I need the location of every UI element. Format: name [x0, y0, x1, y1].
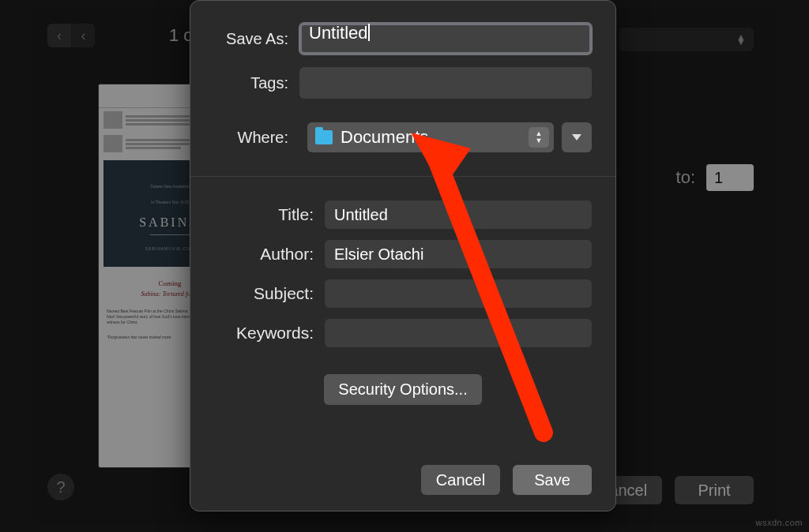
- save-button[interactable]: Save: [513, 465, 592, 495]
- where-label: Where:: [214, 129, 299, 147]
- page-nav-buttons: ‹ ‹: [47, 24, 95, 47]
- security-options-button[interactable]: Security Options...: [324, 374, 481, 405]
- tags-input[interactable]: [299, 67, 592, 99]
- title-label: Title:: [214, 205, 325, 224]
- prev-page-button[interactable]: ‹: [47, 24, 71, 47]
- keywords-input[interactable]: [325, 319, 592, 347]
- subject-label: Subject:: [214, 284, 325, 303]
- expand-button[interactable]: [562, 122, 592, 152]
- title-input[interactable]: [325, 200, 592, 229]
- watermark: wsxdn.com: [755, 518, 803, 527]
- chevron-updown-icon: ▲▼: [529, 127, 549, 148]
- cancel-button[interactable]: Cancel: [421, 465, 500, 495]
- chevron-updown-icon: ▲▼: [736, 35, 746, 44]
- where-value: Documents: [341, 127, 428, 148]
- subject-input[interactable]: [325, 279, 592, 308]
- divider: [190, 176, 615, 177]
- chevron-down-icon: [572, 134, 581, 140]
- keywords-label: Keywords:: [214, 324, 325, 343]
- bg-print-button[interactable]: Print: [675, 476, 754, 504]
- where-select[interactable]: Documents ▲▼: [307, 122, 554, 152]
- author-label: Author:: [214, 245, 325, 264]
- save-as-input[interactable]: Untitled: [299, 23, 592, 54]
- save-dialog: Save As: Untitled Tags: Where: Documents…: [190, 0, 616, 511]
- to-label: to:: [676, 167, 695, 188]
- printer-select[interactable]: ▲▼: [619, 28, 754, 51]
- page-to-input[interactable]: 1: [706, 164, 754, 191]
- save-as-label: Save As:: [214, 30, 299, 48]
- author-input[interactable]: [325, 240, 592, 268]
- help-button[interactable]: ?: [47, 474, 74, 500]
- tags-label: Tags:: [214, 74, 299, 92]
- folder-icon: [315, 130, 333, 144]
- next-page-button[interactable]: ‹: [71, 24, 95, 47]
